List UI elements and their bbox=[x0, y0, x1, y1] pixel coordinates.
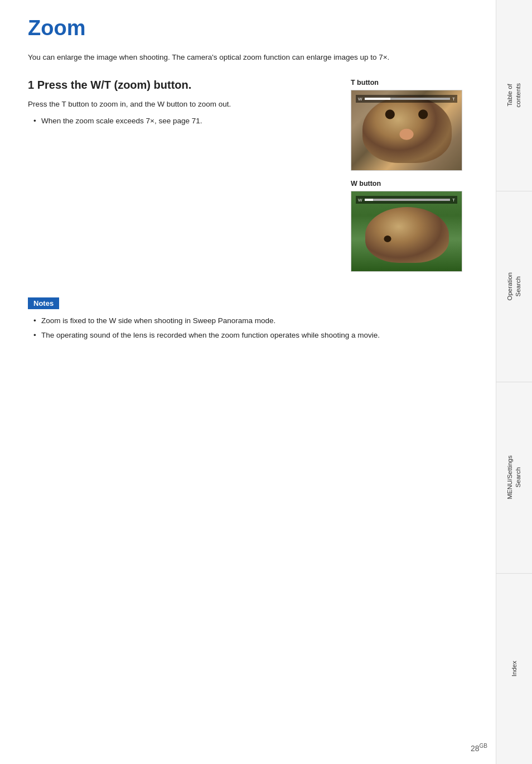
t-button-label: T button bbox=[351, 79, 473, 87]
t-button-image: W T bbox=[351, 90, 462, 171]
note-item-2: The operating sound of the lens is recor… bbox=[33, 329, 473, 342]
step-1-heading: 1 Press the W/T (zoom) button. bbox=[28, 79, 340, 92]
zoom-fill-w bbox=[365, 199, 373, 201]
page-num-value: 28 bbox=[471, 744, 480, 753]
content-area: 1 Press the W/T (zoom) button. Press the… bbox=[28, 79, 473, 281]
w-button-image: W T bbox=[351, 191, 462, 272]
sidebar: Table ofcontents OperationSearch MENU/Se… bbox=[496, 0, 532, 764]
intro-text: You can enlarge the image when shooting.… bbox=[28, 51, 473, 64]
zoom-indicator-w bbox=[365, 199, 451, 201]
page-number: 28GB bbox=[471, 743, 487, 753]
notes-section: Notes Zoom is fixed to the W side when s… bbox=[28, 297, 473, 341]
sidebar-tab-index-label: Index bbox=[510, 661, 519, 676]
sidebar-tab-toc[interactable]: Table ofcontents bbox=[496, 0, 532, 191]
sidebar-tab-index[interactable]: Index bbox=[496, 574, 532, 765]
overlay-t-text: T bbox=[452, 97, 455, 102]
w-button-label: W button bbox=[351, 180, 473, 188]
bullet-item-1: When the zoom scale exceeds 7×, see page… bbox=[33, 115, 340, 127]
page-suffix: GB bbox=[480, 743, 487, 749]
page-title: Zoom bbox=[28, 17, 473, 40]
right-column: T button W T W button W T bbox=[351, 79, 473, 281]
overlay-w-text-2: W bbox=[358, 198, 362, 203]
overlay-bar-w: W T bbox=[356, 196, 457, 204]
step-1-description: Press the T button to zoom in, and the W… bbox=[28, 98, 340, 110]
overlay-bar: W T bbox=[356, 95, 457, 103]
sidebar-tab-menu-label: MENU/SettingsSearch bbox=[506, 455, 523, 499]
sidebar-tab-menu[interactable]: MENU/SettingsSearch bbox=[496, 382, 532, 574]
sidebar-tab-operation[interactable]: OperationSearch bbox=[496, 191, 532, 383]
notes-list: Zoom is fixed to the W side when shootin… bbox=[28, 315, 473, 341]
main-content: Zoom You can enlarge the image when shoo… bbox=[0, 0, 496, 764]
overlay-w-text: W bbox=[358, 97, 362, 102]
notes-header: Notes bbox=[28, 297, 59, 309]
step-1-bullets: When the zoom scale exceeds 7×, see page… bbox=[28, 115, 340, 127]
left-column: 1 Press the W/T (zoom) button. Press the… bbox=[28, 79, 340, 281]
sidebar-tab-toc-label: Table ofcontents bbox=[506, 83, 523, 107]
zoom-fill bbox=[365, 98, 390, 100]
sidebar-tab-operation-label: OperationSearch bbox=[506, 272, 523, 301]
note-item-1: Zoom is fixed to the W side when shootin… bbox=[33, 315, 473, 327]
overlay-t-text-2: T bbox=[452, 198, 455, 203]
zoom-indicator bbox=[365, 98, 451, 100]
